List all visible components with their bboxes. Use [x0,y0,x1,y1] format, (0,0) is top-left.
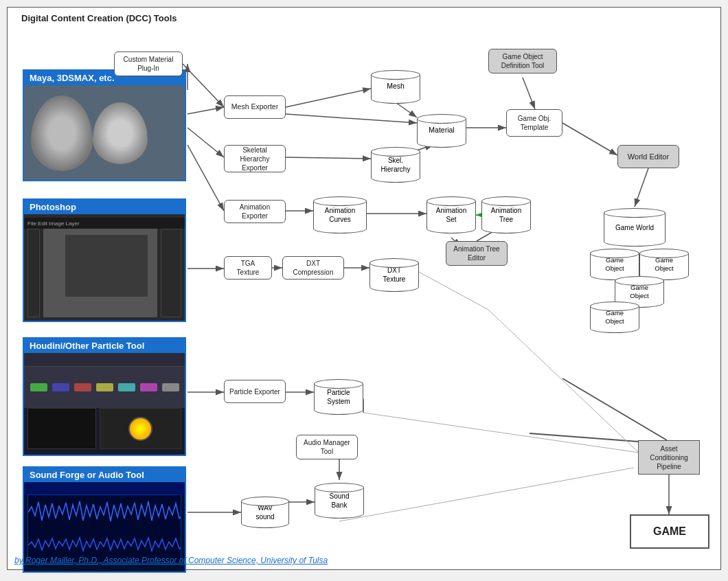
houdini-image [24,353,185,455]
mesh-exporter-node: Mesh Exporter [224,95,286,119]
maya-toolbox: Maya, 3DSMAX, etc. [23,69,186,181]
svg-line-31 [562,378,667,440]
houdini-screenshot [24,353,185,455]
animation-exporter-node: AnimationExporter [224,200,286,223]
particle-exporter-node: Particle Exporter [224,380,286,403]
skel-hierarchy-cylinder: Skel.Hierarchy [371,142,420,187]
photoshop-screenshot: File Edit Image Layer [24,214,185,321]
mesh-cylinder: Mesh [371,65,420,108]
svg-line-35 [339,468,634,521]
svg-line-26 [523,78,535,109]
svg-line-34 [364,413,639,453]
particle-system-cylinder: ParticleSystem [314,374,363,419]
svg-line-13 [286,157,371,159]
game-object-4-cylinder: GameObject [590,297,639,337]
dcc-title: Digital Content Creation (DCC) Tools [21,13,177,23]
maya-screenshot [24,85,185,180]
svg-line-5 [187,107,224,114]
svg-line-27 [562,123,617,155]
svg-line-36 [419,272,488,310]
svg-line-28 [635,168,648,207]
maya-image [24,85,185,180]
dxt-texture-cylinder: DXTTexture [369,253,419,296]
animation-tree-cylinder: AnimationTree [481,192,531,238]
houdini-header: Houdini/Other Particle Tool [24,339,185,353]
game-node: GAME [630,514,709,549]
svg-line-11 [286,89,371,107]
svg-line-7 [187,145,224,211]
photoshop-toolbox: Photoshop File Edit Image Layer [23,198,186,322]
svg-line-32 [530,433,638,442]
animation-set-cylinder: AnimationSet [426,192,476,238]
sound-header: Sound Forge or Audio Tool [24,468,185,482]
world-editor-node: World Editor [617,145,679,168]
footer-credit: by Roger Mailler, Ph.D., Associate Profe… [14,556,328,565]
animation-tree-editor-node: Animation TreeEditor [446,241,508,266]
svg-line-12 [286,114,417,123]
houdini-toolbox: Houdini/Other Particle Tool [23,337,186,456]
skeletal-exporter-node: Skeletal HierarchyExporter [224,145,286,172]
asset-conditioning-node: AssetConditioningPipeline [638,440,700,475]
game-obj-def-node: Game ObjectDefinition Tool [488,49,557,73]
dxt-compression-node: DXT Compression [282,256,344,280]
main-container: Digital Content Creation (DCC) Tools May… [7,7,721,570]
photoshop-header: Photoshop [24,200,185,214]
tga-texture-node: TGATexture [224,256,272,280]
audio-manager-node: Audio ManagerTool [296,435,358,459]
svg-line-4 [183,64,224,107]
photoshop-image: File Edit Image Layer [24,214,185,321]
sound-bank-cylinder: SoundBank [315,478,364,523]
animation-curves-cylinder: AnimationCurves [313,192,367,238]
svg-line-6 [187,128,224,157]
material-cylinder: Material [417,109,466,152]
game-obj-template-node: Game Obj.Template [506,109,562,137]
custom-material-node: Custom Material Plug-In [114,52,183,76]
wav-sound-cylinder: WAVsound [241,492,289,533]
